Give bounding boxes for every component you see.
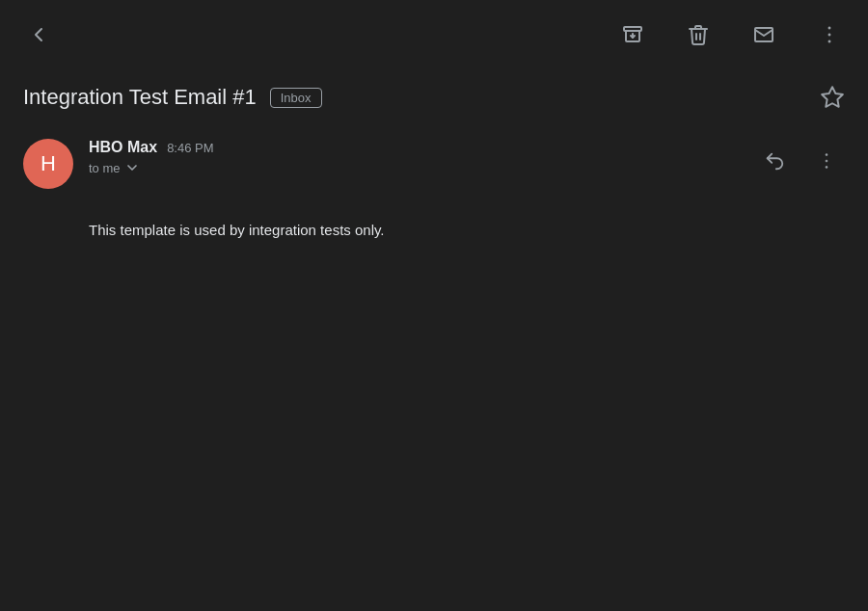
archive-icon [621, 23, 644, 46]
email-more-button[interactable] [808, 143, 845, 179]
chevron-down-icon [124, 160, 140, 175]
more-vertical-icon [816, 150, 837, 172]
back-icon [27, 23, 50, 46]
mail-button[interactable] [745, 15, 783, 54]
star-button[interactable] [820, 85, 845, 110]
email-body: This template is used by integration tes… [0, 204, 868, 257]
sender-name: HBO Max [89, 139, 157, 156]
reply-button[interactable] [756, 143, 793, 179]
send-time: 8:46 PM [167, 141, 213, 155]
svg-marker-9 [822, 87, 843, 107]
sender-info: HBO Max 8:46 PM to me [89, 139, 741, 175]
svg-point-8 [828, 40, 830, 42]
top-bar [0, 0, 868, 69]
back-button[interactable] [19, 15, 58, 54]
sender-name-row: HBO Max 8:46 PM [89, 139, 741, 156]
archive-button[interactable] [613, 15, 652, 54]
inbox-badge: Inbox [270, 88, 322, 108]
svg-point-11 [826, 160, 827, 162]
recipient-row: to me [89, 160, 741, 175]
more-vertical-icon [818, 23, 841, 46]
top-bar-right [613, 15, 849, 54]
sender-avatar: H [23, 139, 73, 189]
expand-recipients-button[interactable] [124, 160, 140, 175]
svg-point-12 [826, 166, 827, 168]
subject-row: Integration Test Email #1 Inbox [0, 69, 868, 129]
more-button[interactable] [810, 15, 849, 54]
recipient-label: to me [89, 161, 121, 175]
delete-button[interactable] [679, 15, 718, 54]
svg-point-10 [826, 153, 827, 155]
delete-icon [687, 23, 710, 46]
email-actions [756, 139, 845, 179]
email-body-text: This template is used by integration tes… [89, 220, 845, 242]
reply-icon [764, 150, 785, 172]
mail-icon [752, 23, 775, 46]
top-bar-left [19, 15, 58, 54]
email-subject: Integration Test Email #1 [23, 85, 257, 110]
email-header: H HBO Max 8:46 PM to me [0, 129, 868, 204]
svg-point-6 [828, 27, 830, 29]
svg-point-7 [828, 34, 830, 36]
star-icon [820, 85, 845, 110]
